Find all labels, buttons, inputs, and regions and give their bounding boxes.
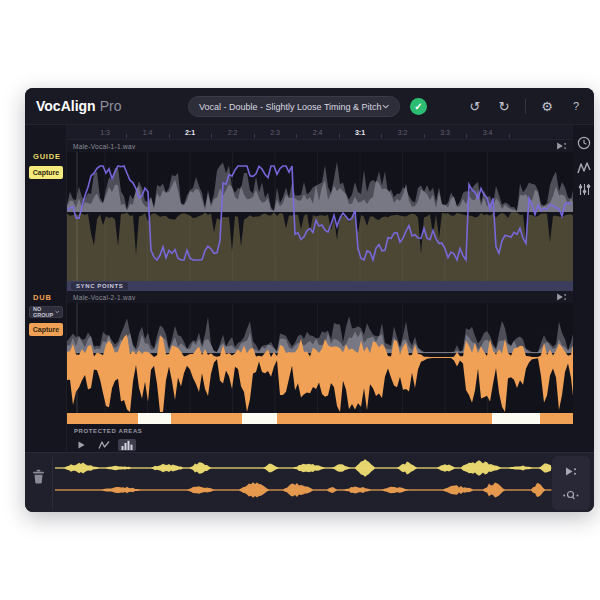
zoom-fit-button[interactable] bbox=[552, 483, 590, 507]
delete-button[interactable] bbox=[32, 467, 48, 485]
guide-waveform[interactable] bbox=[67, 152, 573, 281]
ruler-tick-mark bbox=[296, 134, 297, 138]
ruler-tick-mark bbox=[211, 134, 212, 138]
redo-button[interactable]: ↻ bbox=[496, 100, 512, 113]
app-logo-main: VocAlign bbox=[36, 98, 96, 114]
overview-strip-guide[interactable] bbox=[55, 458, 553, 478]
preset-valid-check-icon: ✓ bbox=[410, 98, 427, 115]
energy-view-button[interactable] bbox=[118, 439, 136, 451]
ruler-tick-mark bbox=[424, 134, 425, 138]
ruler-tick: 3:2 bbox=[391, 129, 415, 136]
protected-segment[interactable] bbox=[242, 413, 277, 424]
chevron-down-icon bbox=[382, 104, 389, 109]
ruler-tick: 2:2 bbox=[221, 129, 245, 136]
guide-track-name: Male-Vocal-1-1.wav bbox=[73, 143, 135, 150]
play-protected-button[interactable] bbox=[72, 439, 90, 451]
warp-view-button[interactable] bbox=[95, 439, 113, 451]
main-area: 1:31:42:12:22:32:43:13:23:33:4 Male-Voca… bbox=[67, 125, 573, 452]
play-from-cursor-icon[interactable] bbox=[557, 142, 567, 150]
ruler-tick-mark bbox=[509, 134, 510, 138]
protected-areas-label: PROTECTED AREAS bbox=[74, 428, 142, 434]
sliders-icon bbox=[578, 183, 591, 196]
undo-button[interactable]: ↺ bbox=[467, 100, 483, 113]
app-logo: VocAlignPro bbox=[36, 88, 121, 125]
ruler-tick: 1:4 bbox=[136, 129, 160, 136]
overview-divider bbox=[52, 457, 53, 509]
ruler-tick: 2:1 bbox=[178, 129, 202, 136]
guide-capture-button[interactable]: Capture bbox=[29, 166, 63, 179]
trash-icon bbox=[32, 469, 45, 484]
dub-capture-button[interactable]: Capture bbox=[29, 323, 63, 336]
ruler-tick: 2:3 bbox=[263, 129, 287, 136]
chevron-down-icon bbox=[55, 310, 59, 314]
topbar-actions: ↺ ↻ ⚙ ? bbox=[467, 88, 584, 125]
dub-track-header: Male-Vocal-2-1.wav bbox=[67, 291, 573, 303]
pitch-wave-icon bbox=[577, 162, 591, 174]
clock-tool-button[interactable] bbox=[576, 135, 592, 151]
help-button[interactable]: ? bbox=[568, 101, 584, 112]
protected-segment[interactable] bbox=[138, 413, 171, 424]
play-icon bbox=[78, 441, 85, 449]
overview-controls bbox=[552, 456, 590, 510]
play-from-cursor-icon bbox=[566, 467, 577, 476]
ruler-tick-mark bbox=[339, 134, 340, 138]
dub-group-dropdown[interactable]: NO GROUP bbox=[29, 306, 63, 318]
view-toolbar bbox=[67, 438, 573, 452]
preset-dropdown[interactable]: Vocal - Double - Slightly Loose Timing &… bbox=[188, 96, 400, 117]
ruler-tick: 3:3 bbox=[433, 129, 457, 136]
magnifier-icon bbox=[563, 490, 579, 501]
overview-panel bbox=[25, 452, 594, 512]
ruler-tick: 3:1 bbox=[348, 129, 372, 136]
timeline-ruler[interactable]: 1:31:42:12:22:32:43:13:23:33:4 bbox=[67, 125, 573, 140]
app-logo-suffix: Pro bbox=[100, 98, 122, 114]
topbar-divider bbox=[525, 99, 526, 114]
zigzag-icon bbox=[98, 440, 110, 450]
ruler-tick-mark bbox=[126, 134, 127, 138]
protected-areas-bar[interactable] bbox=[67, 413, 573, 424]
sync-points-label: SYNC POINTS bbox=[71, 282, 128, 290]
dub-section-label: DUB bbox=[33, 293, 52, 302]
protected-areas-row: PROTECTED AREAS bbox=[67, 424, 573, 438]
dub-waveform[interactable] bbox=[67, 303, 573, 413]
ruler-tick: 1:3 bbox=[93, 129, 117, 136]
ruler-tick-mark bbox=[254, 134, 255, 138]
dub-track-name: Male-Vocal-2-1.wav bbox=[73, 294, 135, 301]
sync-points-bar[interactable]: SYNC POINTS bbox=[67, 281, 573, 291]
settings-gear-button[interactable]: ⚙ bbox=[539, 100, 555, 113]
ruler-tick: 2:4 bbox=[306, 129, 330, 136]
guide-section-label: GUIDE bbox=[33, 152, 61, 161]
ruler-tick-mark bbox=[169, 134, 170, 138]
protected-segment[interactable] bbox=[492, 413, 540, 424]
overview-strip-dub[interactable] bbox=[55, 480, 553, 500]
ruler-tick-mark bbox=[381, 134, 382, 138]
vocalign-window: VocAlignPro Vocal - Double - Slightly Lo… bbox=[25, 88, 594, 512]
play-from-cursor-icon[interactable] bbox=[557, 293, 567, 301]
top-bar: VocAlignPro Vocal - Double - Slightly Lo… bbox=[25, 88, 594, 125]
tweak-tool-button[interactable] bbox=[576, 181, 592, 197]
right-tool-rail bbox=[573, 125, 594, 452]
pitch-curve-tool-button[interactable] bbox=[576, 160, 592, 176]
bars-icon bbox=[121, 440, 133, 450]
dub-group-value: NO GROUP bbox=[33, 306, 55, 318]
ruler-tick: 3:4 bbox=[476, 129, 500, 136]
preset-dropdown-value: Vocal - Double - Slightly Loose Timing &… bbox=[199, 102, 382, 112]
preview-play-button[interactable] bbox=[552, 459, 590, 483]
left-sidebar: GUIDE Capture DUB NO GROUP Capture bbox=[25, 125, 67, 452]
ruler-tick-mark bbox=[466, 134, 467, 138]
guide-track-header: Male-Vocal-1-1.wav bbox=[67, 140, 573, 152]
clock-icon bbox=[577, 136, 591, 150]
